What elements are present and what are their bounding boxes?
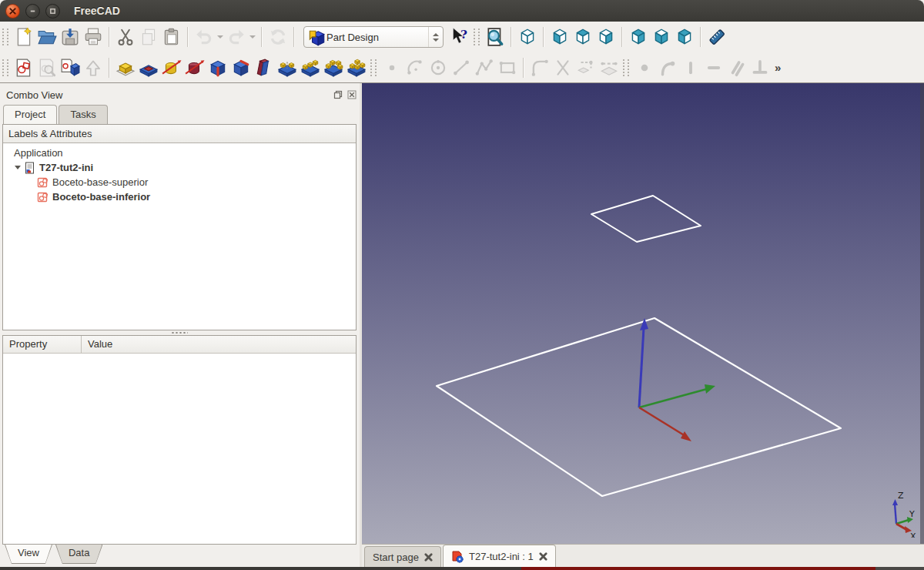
toolbar-drag-handle[interactable]	[2, 28, 8, 45]
mdi-tab-document[interactable]: T27-tut2-ini : 1	[443, 545, 556, 568]
constraint-horizontal-button[interactable]	[702, 56, 725, 79]
create-polyline-button[interactable]	[473, 56, 496, 79]
pad-button[interactable]	[114, 56, 137, 79]
workbench-selector[interactable]: Part Design	[303, 26, 444, 48]
undo-dropdown-arrow[interactable]	[216, 25, 225, 49]
map-sketch-to-face-button[interactable]	[59, 56, 82, 79]
titlebar: FreeCAD	[0, 0, 924, 22]
dock-float-button[interactable]	[333, 90, 343, 100]
view-rear-button[interactable]	[627, 25, 650, 49]
3d-viewport[interactable]: Z Y X	[362, 83, 924, 544]
view-left-button[interactable]	[673, 25, 696, 49]
trim-edge-button[interactable]	[551, 56, 574, 79]
draft-button[interactable]	[253, 56, 276, 79]
minimize-button[interactable]	[25, 4, 40, 18]
create-arc-button[interactable]	[403, 56, 427, 79]
create-circle-button[interactable]	[427, 56, 450, 79]
tree-item-sketch-superior[interactable]: Boceto-base-superior	[3, 175, 356, 189]
external-geometry-button[interactable]	[574, 56, 598, 79]
create-rectangle-button[interactable]	[496, 56, 519, 79]
chamfer-button[interactable]	[229, 56, 253, 79]
mirrored-button[interactable]	[276, 56, 299, 79]
whats-this-button[interactable]: ?	[448, 25, 471, 49]
view-axonometric-button[interactable]	[516, 25, 539, 49]
multi-transform-button[interactable]	[345, 56, 368, 79]
document-icon	[24, 162, 36, 174]
horizontal-icon	[704, 58, 724, 78]
property-column-header[interactable]: Property	[3, 336, 82, 353]
leave-sketch-button[interactable]	[82, 56, 105, 79]
view-bottom-button[interactable]	[650, 25, 673, 49]
tab-close-icon[interactable]	[539, 552, 547, 561]
toolbar-separator	[187, 27, 189, 47]
toolbar-drag-handle[interactable]	[2, 59, 8, 76]
workbench-selector-value: Part Design	[323, 32, 428, 43]
combo-view-panel: Combo View Project Tasks Labels & Attrib…	[0, 83, 360, 567]
workbench-selector-spinner[interactable]	[428, 27, 443, 47]
cut-icon	[116, 27, 136, 47]
copy-button[interactable]	[137, 25, 160, 49]
paste-button[interactable]	[160, 25, 183, 49]
tree-item-document[interactable]: T27-tut2-ini	[3, 160, 356, 175]
construction-mode-button[interactable]	[598, 56, 621, 79]
draft-icon	[254, 58, 274, 78]
constraint-coincident-button[interactable]	[633, 56, 656, 79]
view-front-button[interactable]	[548, 25, 571, 49]
toolbar-drag-handle[interactable]	[370, 59, 377, 76]
tab-view[interactable]: View	[5, 545, 52, 563]
tab-tasks[interactable]: Tasks	[59, 105, 107, 124]
editsketch-icon	[37, 58, 57, 78]
cube-right-icon	[596, 27, 616, 47]
tree-item-sketch-inferior[interactable]: Boceto-base-inferior	[3, 189, 356, 204]
save-icon	[60, 27, 80, 47]
open-document-button[interactable]	[35, 25, 59, 49]
tree-item-application[interactable]: Application	[3, 146, 356, 160]
mdi-tab-bar: Start page T27-tut2-ini : 1	[362, 544, 924, 568]
redo-button[interactable]	[225, 25, 248, 49]
groove-button[interactable]	[183, 56, 206, 79]
origin-axes	[639, 318, 715, 441]
constraint-parallel-button[interactable]	[725, 56, 748, 79]
toolbar-drag-handle[interactable]	[474, 28, 480, 45]
constraint-vertical-button[interactable]	[679, 56, 702, 79]
refresh-button[interactable]	[266, 25, 290, 49]
mdi-tab-start-page[interactable]: Start page	[364, 546, 441, 568]
new-sketch-button[interactable]	[12, 56, 35, 79]
pocket-button[interactable]	[137, 56, 160, 79]
close-button[interactable]	[5, 4, 20, 18]
cut-button[interactable]	[114, 25, 137, 49]
redo-dropdown-arrow[interactable]	[248, 25, 257, 49]
view-right-button[interactable]	[594, 25, 618, 49]
tab-data[interactable]: Data	[56, 545, 102, 563]
fit-all-button[interactable]	[484, 25, 507, 49]
save-document-button[interactable]	[59, 25, 82, 49]
edit-sketch-button[interactable]	[35, 56, 59, 79]
tab-close-icon[interactable]	[424, 553, 433, 562]
tab-project[interactable]: Project	[3, 105, 57, 124]
dock-close-button[interactable]	[346, 90, 357, 100]
maximize-button[interactable]	[45, 4, 60, 18]
sketch-fillet-button[interactable]	[528, 56, 551, 79]
new-document-button[interactable]	[12, 25, 35, 49]
constraint-perpendicular-button[interactable]	[748, 56, 772, 79]
revolution-button[interactable]	[160, 56, 183, 79]
mapsketch-icon	[60, 58, 80, 78]
polar-pattern-button[interactable]	[322, 56, 345, 79]
view-top-button[interactable]	[571, 25, 594, 49]
create-line-button[interactable]	[450, 56, 473, 79]
undo-button[interactable]	[192, 25, 216, 49]
print-button[interactable]	[82, 25, 105, 49]
toolbar-drag-handle[interactable]	[623, 59, 629, 76]
revolution-icon	[162, 58, 182, 78]
leavesketch-icon	[83, 58, 103, 78]
fillet-button[interactable]	[206, 56, 229, 79]
create-point-button[interactable]	[380, 56, 403, 79]
toolbar-file: Part Design ?	[0, 22, 924, 52]
measure-distance-button[interactable]	[705, 25, 728, 49]
value-column-header[interactable]: Value	[82, 336, 112, 353]
sketch-wire-superior[interactable]	[591, 196, 701, 242]
linear-pattern-button[interactable]	[299, 56, 322, 79]
constraint-tangent-button[interactable]	[656, 56, 679, 79]
toolbar-overflow-button[interactable]: »	[775, 61, 781, 74]
expander-icon[interactable]	[15, 166, 21, 169]
